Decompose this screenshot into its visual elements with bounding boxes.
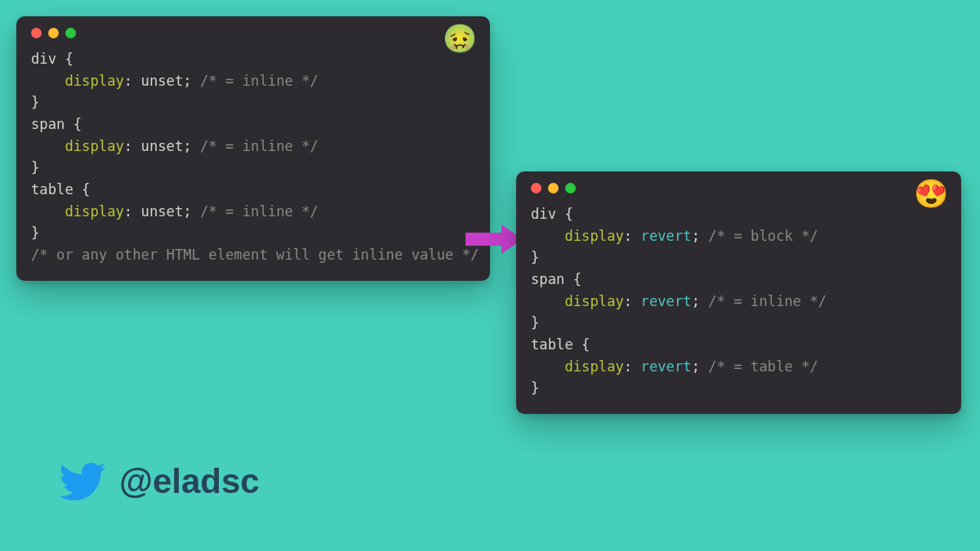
maximize-icon[interactable] [565, 183, 576, 193]
window-titlebar: 🤢 [31, 28, 475, 38]
code-block-left: div { display: unset; /* = inline */ } s… [31, 48, 475, 266]
arrow-right-icon [466, 224, 523, 254]
code-window-revert: 😍 div { display: revert; /* = block */ }… [516, 171, 961, 414]
heart-eyes-icon: 😍 [914, 180, 948, 207]
twitter-icon [57, 457, 106, 506]
minimize-icon[interactable] [548, 183, 559, 193]
code-window-unset: 🤢 div { display: unset; /* = inline */ }… [16, 16, 490, 281]
credit: @eladsc [57, 457, 260, 506]
nauseated-face-icon: 🤢 [443, 24, 477, 52]
minimize-icon[interactable] [48, 28, 59, 38]
close-icon[interactable] [531, 183, 541, 193]
close-icon[interactable] [31, 28, 42, 38]
credit-handle: @eladsc [119, 462, 260, 501]
window-titlebar: 😍 [531, 183, 947, 193]
maximize-icon[interactable] [65, 28, 76, 38]
code-block-right: div { display: revert; /* = block */ } s… [531, 203, 947, 399]
